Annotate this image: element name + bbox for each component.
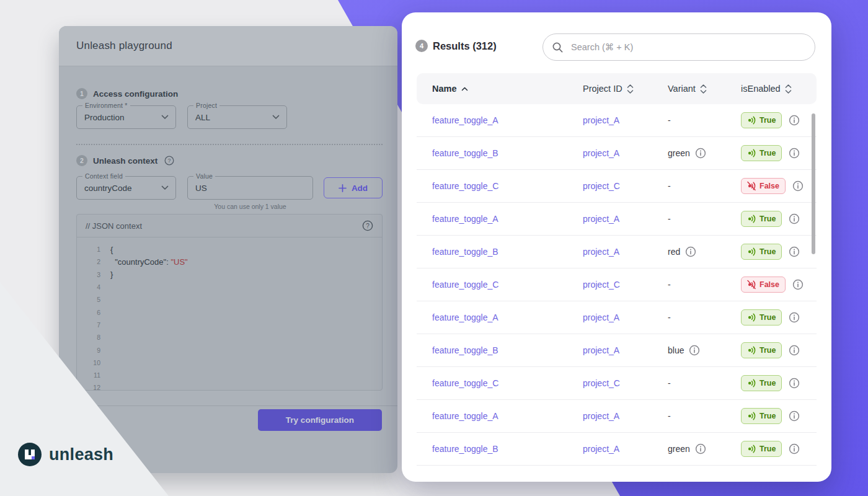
editor-line: 2 "countryCode": "US": [86, 255, 382, 268]
enabled-true-badge: True: [741, 145, 782, 161]
feature-name-link[interactable]: feature_toggle_A: [432, 411, 498, 421]
results-header: 4 Results (312): [402, 12, 831, 73]
playground-header: Unleash playground: [59, 26, 397, 66]
feature-name-link[interactable]: feature_toggle_B: [432, 148, 498, 158]
sort-asc-icon: [461, 87, 468, 91]
row-info-icon[interactable]: [789, 115, 800, 126]
column-header-isenabled[interactable]: isEnabled: [741, 84, 817, 94]
brand-name: unleash: [49, 445, 113, 464]
variant-info-icon[interactable]: [695, 443, 706, 454]
environment-select[interactable]: Environment * Production: [76, 105, 176, 129]
enabled-true-badge: True: [741, 211, 782, 227]
project-select[interactable]: Project ALL: [187, 105, 287, 129]
sort-icon: [700, 84, 707, 94]
value-helper-text: You can use only 1 value: [187, 203, 313, 210]
variant-info-icon[interactable]: [689, 345, 700, 356]
line-number: 3: [86, 271, 100, 278]
editor-line: 1{: [86, 243, 382, 255]
project-id-link[interactable]: project_A: [583, 411, 619, 421]
feature-name-link[interactable]: feature_toggle_B: [432, 247, 498, 257]
footer-divider: [59, 405, 397, 406]
editor-line: 11: [86, 369, 382, 381]
broadcast-on-icon: [747, 214, 756, 224]
code-text: {: [110, 245, 113, 254]
broadcast-on-icon: [747, 444, 756, 454]
table-row: feature_toggle_Bproject_AgreenTrue: [417, 433, 817, 466]
row-info-icon[interactable]: [792, 279, 804, 290]
feature-name-link[interactable]: feature_toggle_C: [432, 280, 498, 290]
variant-info-icon[interactable]: [695, 148, 706, 159]
broadcast-on-icon: [747, 148, 756, 158]
search-input[interactable]: [570, 42, 806, 53]
row-info-icon[interactable]: [789, 443, 800, 454]
project-id-link[interactable]: project_C: [583, 378, 620, 388]
unleash-context-section-title: 2 Unleash context ?: [76, 155, 174, 166]
enabled-false-badge: False: [741, 277, 786, 293]
line-number: 2: [86, 258, 100, 265]
row-info-icon[interactable]: [789, 312, 800, 323]
editor-line: 4: [86, 281, 382, 293]
line-number: 9: [86, 347, 100, 354]
chevron-down-icon: [272, 115, 280, 120]
feature-name-link[interactable]: feature_toggle_A: [432, 312, 498, 322]
context-value-input[interactable]: Value US: [187, 176, 313, 200]
feature-name-link[interactable]: feature_toggle_B: [432, 444, 498, 454]
row-info-icon[interactable]: [789, 246, 800, 257]
feature-name-link[interactable]: feature_toggle_B: [432, 345, 498, 355]
table-row: feature_toggle_Aproject_A-True: [417, 301, 817, 334]
help-icon[interactable]: ?: [164, 156, 174, 166]
plus-icon: [339, 184, 347, 192]
enabled-true-badge: True: [741, 441, 782, 457]
feature-name-link[interactable]: feature_toggle_A: [432, 115, 498, 125]
json-context-editor[interactable]: // JSON context ? 1{2 "countryCode": "US…: [76, 214, 383, 391]
add-context-button[interactable]: Add: [324, 177, 383, 198]
variant-info-icon[interactable]: [685, 246, 696, 257]
try-configuration-button[interactable]: Try configuration: [258, 409, 382, 431]
project-id-link[interactable]: project_A: [583, 214, 619, 224]
unleash-brand: unleash: [17, 442, 113, 467]
variant-value: blue: [668, 345, 684, 355]
svg-text:?: ?: [366, 223, 370, 229]
line-number: 10: [86, 359, 100, 366]
project-id-link[interactable]: project_A: [583, 148, 619, 158]
results-dialog: 4 Results (312) Name Project ID Variant: [402, 12, 831, 482]
json-editor-lines[interactable]: 1{2 "countryCode": "US"3}456789101112: [77, 237, 382, 394]
help-icon[interactable]: ?: [362, 220, 373, 231]
feature-name-link[interactable]: feature_toggle_A: [432, 214, 498, 224]
feature-name-link[interactable]: feature_toggle_C: [432, 181, 498, 191]
editor-line: 10: [86, 356, 382, 369]
broadcast-on-icon: [747, 247, 756, 257]
project-id-link[interactable]: project_C: [583, 280, 620, 290]
table-row: feature_toggle_Cproject_C-False: [417, 268, 817, 301]
row-info-icon[interactable]: [789, 378, 800, 389]
project-id-link[interactable]: project_A: [583, 247, 619, 257]
sort-icon: [785, 84, 792, 94]
row-info-icon[interactable]: [789, 410, 800, 422]
column-header-name[interactable]: Name: [432, 84, 583, 94]
enabled-true-badge: True: [741, 112, 782, 128]
column-header-variant[interactable]: Variant: [668, 84, 741, 94]
feature-name-link[interactable]: feature_toggle_C: [432, 378, 498, 388]
line-number: 12: [86, 384, 100, 391]
table-row: feature_toggle_Aproject_A-True: [417, 104, 817, 137]
variant-value: -: [668, 312, 671, 322]
code-text: "countryCode": "US": [110, 257, 188, 267]
step-2-badge: 2: [76, 155, 87, 166]
scrollbar-thumb[interactable]: [812, 113, 815, 254]
row-info-icon[interactable]: [789, 345, 800, 356]
table-row: feature_toggle_Bproject_AblueTrue: [417, 334, 817, 367]
table-row: feature_toggle_Bproject_AredTrue: [417, 236, 817, 268]
project-id-link[interactable]: project_A: [583, 444, 619, 454]
search-box[interactable]: [542, 33, 815, 61]
column-header-project-id[interactable]: Project ID: [583, 84, 668, 94]
project-id-link[interactable]: project_A: [583, 345, 619, 355]
row-info-icon[interactable]: [789, 213, 800, 224]
project-id-link[interactable]: project_C: [583, 181, 620, 191]
chevron-down-icon: [161, 115, 169, 120]
table-row: feature_toggle_Cproject_C-False: [417, 170, 817, 203]
row-info-icon[interactable]: [792, 180, 804, 192]
project-id-link[interactable]: project_A: [583, 115, 619, 125]
row-info-icon[interactable]: [789, 148, 800, 159]
project-id-link[interactable]: project_A: [583, 312, 619, 322]
context-field-select[interactable]: Context field countryCode: [76, 176, 176, 200]
